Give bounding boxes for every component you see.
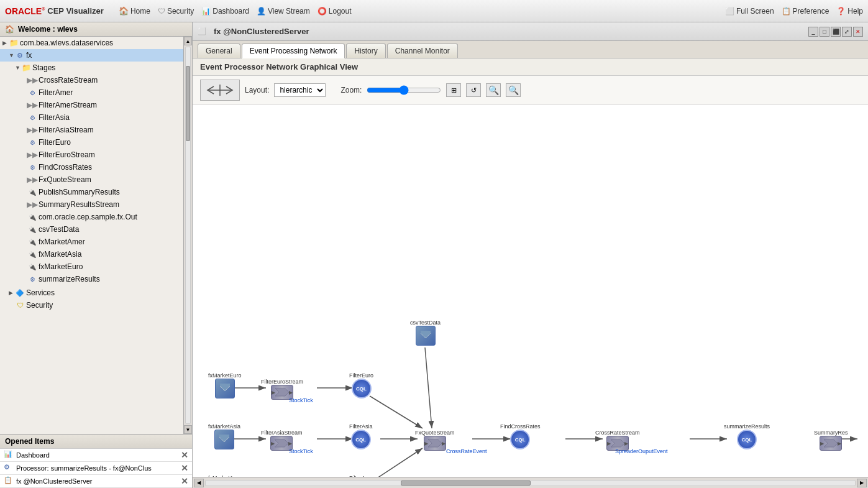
zoom-actual-btn[interactable]: ↺	[466, 83, 481, 97]
zoom-slider[interactable]	[367, 85, 441, 95]
scroll-right-btn[interactable]: ▶	[857, 479, 867, 487]
node-label: FilterEuroStream	[261, 379, 303, 385]
tree-node-summarizeresults[interactable]: ▶ ⚙ summarizeResults	[0, 273, 183, 285]
tree-node-csvtestdata[interactable]: ▶ 🔌 csvTestData	[0, 223, 183, 236]
win-minimize-btn[interactable]: _	[808, 27, 818, 37]
nav-security[interactable]: 🛡 Security	[158, 7, 194, 16]
nav-dashboard[interactable]: 📊 Dashboard	[201, 7, 249, 16]
win-restore-btn[interactable]: □	[820, 27, 829, 37]
node-icon	[215, 379, 235, 398]
processor-item-icon: ⚙	[4, 463, 14, 473]
opened-item-dashboard[interactable]: 📊 Dashboard ✕	[0, 449, 192, 462]
opened-item-server[interactable]: 📋 fx @NonClusteredServer ✕	[0, 475, 192, 488]
scroll-thumb[interactable]	[186, 66, 190, 141]
node-fxquotestream[interactable]: FxQuoteStream	[415, 430, 455, 451]
zoom-out-btn[interactable]: 🔍	[506, 83, 521, 97]
svg-marker-18	[275, 440, 288, 447]
tree-node-security[interactable]: ▶ 🛡 Security	[0, 299, 183, 311]
tree-node-findcrossrates[interactable]: ▶ ⚙ FindCrossRates	[0, 161, 183, 173]
opened-item-close[interactable]: ✕	[181, 463, 188, 473]
tree-node-filteramerstream[interactable]: ▶ ▶▶ FilterAmerStream	[0, 99, 183, 111]
tree-node-fxquotestream[interactable]: ▶ ▶▶ FxQuoteStream	[0, 173, 183, 186]
tree-node-dataservices[interactable]: ▶ 📁 com.bea.wlevs.dataservices	[0, 37, 183, 49]
dashboard-icon: 📊	[201, 7, 211, 16]
node-summarizeresults[interactable]: summarizeResults CQL	[724, 423, 770, 449]
win-maximize-btn[interactable]: ⬛	[831, 27, 841, 37]
scroll-up-btn[interactable]: ▲	[184, 37, 192, 45]
content-header: ⬜ fx @NonClusteredServer _ □ ⬛ ⤢ ✕	[193, 22, 868, 41]
tree-vscroll[interactable]: ▲ ▼	[183, 37, 192, 434]
scroll-down-btn[interactable]: ▼	[184, 425, 192, 434]
tab-event-processing-network[interactable]: Event Processing Network	[242, 44, 345, 58]
cql-icon: ⚙	[27, 137, 37, 147]
node-filterasia[interactable]: FilterAsia CQL	[349, 423, 373, 449]
tree-node-cornoraclesample[interactable]: ▶ 🔌 com.oracle.cep.sample.fx.Out	[0, 211, 183, 223]
tree-label: SummaryResultsStream	[39, 200, 119, 209]
tab-history[interactable]: History	[346, 44, 385, 58]
nav-home[interactable]: 🏠 Home	[119, 6, 150, 16]
tree-node-summaryresults[interactable]: ▶ ▶▶ SummaryResultsStream	[0, 198, 183, 211]
node-filtereuro[interactable]: FilterEuro CQL	[349, 372, 373, 398]
tree-node-filteramer[interactable]: ▶ ⚙ FilterAmer	[0, 86, 183, 99]
node-fxmarketeuro[interactable]: fxMarketEuro	[208, 372, 242, 398]
node-fxmarketasia[interactable]: fxMarketAsia	[208, 423, 240, 449]
nav-help[interactable]: ❓ Help	[836, 7, 863, 16]
link-label-stocktick-asia: StockTick	[289, 448, 313, 454]
win-detach-btn[interactable]: ⤢	[842, 27, 852, 37]
scroll-track	[185, 47, 191, 424]
nav-fullscreen-label: Full Screen	[736, 7, 774, 16]
opened-items-panel: Opened Items 📊 Dashboard ✕ ⚙ Processor: …	[0, 434, 192, 488]
nav-view-stream[interactable]: 👤 View Stream	[257, 7, 310, 16]
nav-logout[interactable]: ⭕ Logout	[318, 7, 352, 16]
tree-node-fxmarketasia[interactable]: ▶ 🔌 fxMarketAsia	[0, 248, 183, 260]
node-summaryresults[interactable]: SummaryRes	[814, 430, 848, 451]
svg-line-15	[370, 448, 423, 477]
cep-logo-text: CEP Visualizer	[47, 6, 104, 16]
opened-item-processor[interactable]: ⚙ Processor: summarizeResults - fx@NonCl…	[0, 462, 192, 475]
stream-icon: 👤	[257, 7, 266, 16]
tree-label: PublishSummaryResults	[39, 188, 120, 196]
layout-select[interactable]: hierarchic organic tree circular	[274, 83, 326, 97]
tree-label: CrossRateStream	[39, 76, 98, 85]
tree-node-fx[interactable]: ▼ ⚙ fx	[0, 49, 183, 62]
node-crossratestream[interactable]: CrossRateStream	[595, 430, 640, 451]
nav-preference[interactable]: 📋 Preference	[782, 7, 829, 16]
scroll-left-btn[interactable]: ◀	[194, 479, 204, 487]
node-label: summarizeResults	[724, 423, 770, 430]
nav-fullscreen[interactable]: ⬜ Full Screen	[725, 7, 774, 16]
tree-node-services[interactable]: ▶ 🔷 Services	[0, 287, 183, 299]
node-filteramer[interactable]: FilterAmer CQL	[349, 475, 375, 477]
tree-node-fxmarketeuro[interactable]: ▶ 🔌 fxMarketEuro	[0, 260, 183, 273]
shield-icon: 🛡	[158, 7, 165, 16]
node-csvtestdata[interactable]: csvTestData	[410, 320, 441, 346]
adapter-icon: 🔌	[27, 237, 37, 247]
tab-channel-monitor[interactable]: Channel Monitor	[387, 44, 458, 58]
node-fxmarketamer[interactable]: fxMarketAmer	[208, 475, 243, 477]
tree-node-stages[interactable]: ▼ 📁 Stages	[0, 62, 183, 74]
opened-item-close[interactable]: ✕	[181, 450, 188, 460]
node-filterasiastream[interactable]: FilterAsiaStream	[261, 430, 303, 451]
opened-item-close[interactable]: ✕	[181, 476, 188, 486]
win-close-btn[interactable]: ✕	[853, 27, 863, 37]
tree-node-publishsummary[interactable]: ▶ 🔌 PublishSummaryResults	[0, 186, 183, 198]
tree-label: FilterAmer	[39, 88, 73, 97]
tree-node-filterasiastream[interactable]: ▶ ▶▶ FilterAsiaStream	[0, 124, 183, 136]
network-canvas-area[interactable]: csvTestData fxMarketEuro FilterEuroStr	[193, 105, 868, 477]
tree-node-filtereuro[interactable]: ▶ ⚙ FilterEuro	[0, 136, 183, 149]
network-toolbar: Event Processor Network Graphical View	[193, 58, 868, 76]
link-label-crossrateevent: CrossRateEvent	[446, 448, 487, 454]
tree-node-filtereurostream[interactable]: ▶ ▶▶ FilterEuroStream	[0, 149, 183, 161]
tree-node-filterasia[interactable]: ▶ ⚙ FilterAsia	[0, 111, 183, 124]
tree-node-fxmarketamer[interactable]: ▶ 🔌 fxMarketAmer	[0, 236, 183, 248]
h-scroll-thumb[interactable]	[401, 481, 531, 486]
link-label-stocktick-euro: StockTick	[289, 397, 313, 403]
tree-node-crossratestream[interactable]: ▶ ▶▶ CrossRateStream	[0, 74, 183, 86]
zoom-in-btn[interactable]: 🔍	[486, 83, 501, 97]
node-findcrossrates[interactable]: FindCrossRates CQL	[500, 423, 541, 449]
tab-general[interactable]: General	[198, 44, 240, 58]
zoom-fit-btn[interactable]: ⊞	[446, 83, 461, 97]
node-icon: CQL	[352, 379, 372, 398]
network-area: Event Processor Network Graphical View L…	[193, 58, 868, 488]
nav-home-label: Home	[130, 7, 150, 16]
node-filtereurostream[interactable]: FilterEuroStream	[261, 379, 303, 400]
